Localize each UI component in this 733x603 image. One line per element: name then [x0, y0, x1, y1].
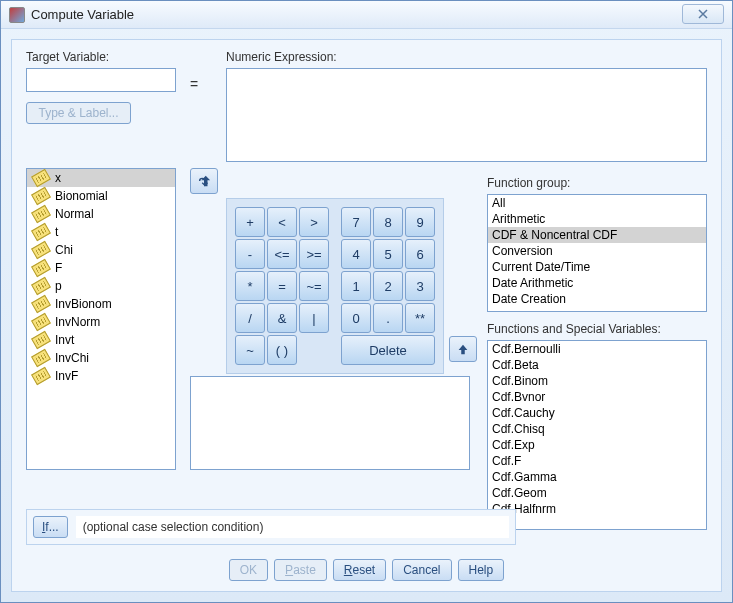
dialog-footer: OK Paste Reset Cancel Help	[12, 559, 721, 581]
calc-button-[interactable]: &	[267, 303, 297, 333]
calc-button-[interactable]: >	[299, 207, 329, 237]
function-item[interactable]: Cdf.Geom	[488, 485, 706, 501]
compute-variable-dialog: Compute Variable Target Variable: Type &…	[0, 0, 733, 603]
function-group-item[interactable]: CDF & Noncentral CDF	[488, 227, 706, 243]
calc-button-1[interactable]: 1	[341, 271, 371, 301]
calc-button-2[interactable]: 2	[373, 271, 403, 301]
function-item[interactable]: Cdf.Bernoulli	[488, 341, 706, 357]
variable-item-label: Bionomial	[55, 189, 108, 203]
reset-button[interactable]: Reset	[333, 559, 386, 581]
variable-item[interactable]: InvChi	[27, 349, 175, 367]
variable-item[interactable]: F	[27, 259, 175, 277]
close-button[interactable]	[682, 4, 724, 24]
scale-icon	[31, 241, 51, 259]
calc-button-[interactable]: .	[373, 303, 403, 333]
variable-item-label: p	[55, 279, 62, 293]
variable-item-label: x	[55, 171, 61, 185]
case-selection-description: (optional case selection condition)	[76, 516, 509, 538]
calc-button-3[interactable]: 3	[405, 271, 435, 301]
ok-button[interactable]: OK	[229, 559, 268, 581]
target-variable-label: Target Variable:	[26, 50, 176, 64]
functions-special-label: Functions and Special Variables:	[487, 322, 707, 336]
equals-sign: =	[190, 76, 198, 92]
calc-button-[interactable]: -	[235, 239, 265, 269]
calc-button-[interactable]: **	[405, 303, 435, 333]
window-title: Compute Variable	[31, 7, 134, 22]
calc-button-0[interactable]: 0	[341, 303, 371, 333]
calc-button-[interactable]: +	[235, 207, 265, 237]
function-group-item[interactable]: Conversion	[488, 243, 706, 259]
function-item[interactable]: Cdf.Beta	[488, 357, 706, 373]
variable-item[interactable]: p	[27, 277, 175, 295]
variable-item[interactable]: t	[27, 223, 175, 241]
scale-icon	[31, 295, 51, 313]
calc-button-[interactable]: |	[299, 303, 329, 333]
function-item[interactable]: Cdf.Chisq	[488, 421, 706, 437]
calc-delete-button[interactable]: Delete	[341, 335, 435, 365]
calc-button-7[interactable]: 7	[341, 207, 371, 237]
numeric-expression-label: Numeric Expression:	[226, 50, 707, 64]
function-item[interactable]: Cdf.Exp	[488, 437, 706, 453]
function-group-item[interactable]: Date Creation	[488, 291, 706, 307]
variables-listbox[interactable]: xBionomialNormaltChiFpInvBionomInvNormIn…	[26, 168, 176, 470]
calc-button-4[interactable]: 4	[341, 239, 371, 269]
cancel-button[interactable]: Cancel	[392, 559, 451, 581]
function-item[interactable]: Cdf.Cauchy	[488, 405, 706, 421]
calc-button-[interactable]: <=	[267, 239, 297, 269]
calc-button-[interactable]: =	[267, 271, 297, 301]
calc-button-6[interactable]: 6	[405, 239, 435, 269]
variable-item[interactable]: Invt	[27, 331, 175, 349]
calc-button-9[interactable]: 9	[405, 207, 435, 237]
variable-item[interactable]: Normal	[27, 205, 175, 223]
calc-button-8[interactable]: 8	[373, 207, 403, 237]
function-item[interactable]: Cdf.Bvnor	[488, 389, 706, 405]
calc-button-[interactable]: ( )	[267, 335, 297, 365]
scale-icon	[31, 205, 51, 223]
paste-button[interactable]: Paste	[274, 559, 327, 581]
variable-item-label: Chi	[55, 243, 73, 257]
scale-icon	[31, 223, 51, 241]
scale-icon	[31, 331, 51, 349]
variable-item[interactable]: x	[27, 169, 175, 187]
variable-item[interactable]: InvF	[27, 367, 175, 385]
calc-button-[interactable]: /	[235, 303, 265, 333]
functions-listbox[interactable]: Cdf.BernoulliCdf.BetaCdf.BinomCdf.BvnorC…	[487, 340, 707, 530]
function-item[interactable]: Cdf.Binom	[488, 373, 706, 389]
target-variable-input[interactable]	[26, 68, 176, 92]
function-group-label: Function group:	[487, 176, 707, 190]
case-selection-row: If... (optional case selection condition…	[26, 509, 516, 545]
dialog-content: Target Variable: Type & Label... = Numer…	[11, 39, 722, 592]
function-group-item[interactable]: All	[488, 195, 706, 211]
function-group-item[interactable]: Arithmetic	[488, 211, 706, 227]
function-group-item[interactable]: Current Date/Time	[488, 259, 706, 275]
calc-button-[interactable]: ~	[235, 335, 265, 365]
function-group-listbox[interactable]: AllArithmeticCDF & Noncentral CDFConvers…	[487, 194, 707, 312]
help-button[interactable]: Help	[458, 559, 505, 581]
numeric-expression-input[interactable]	[226, 68, 707, 162]
function-item[interactable]: Cdf.F	[488, 453, 706, 469]
variable-item[interactable]: InvBionom	[27, 295, 175, 313]
variable-item-label: Invt	[55, 333, 74, 347]
move-to-expression-button[interactable]	[190, 168, 218, 194]
calc-button-[interactable]: <	[267, 207, 297, 237]
variable-item[interactable]: Bionomial	[27, 187, 175, 205]
scale-icon	[31, 169, 51, 187]
insert-function-button[interactable]	[449, 336, 477, 362]
variable-item[interactable]: Chi	[27, 241, 175, 259]
variable-item[interactable]: InvNorm	[27, 313, 175, 331]
scale-icon	[31, 277, 51, 295]
calc-button-[interactable]: >=	[299, 239, 329, 269]
function-item[interactable]: Cdf.Halfnrm	[488, 501, 706, 517]
scale-icon	[31, 259, 51, 277]
calc-button-[interactable]: ~=	[299, 271, 329, 301]
variable-item-label: F	[55, 261, 62, 275]
function-item[interactable]: Cdf.Gamma	[488, 469, 706, 485]
calc-button-[interactable]: *	[235, 271, 265, 301]
type-and-label-button[interactable]: Type & Label...	[26, 102, 131, 124]
scale-icon	[31, 367, 51, 385]
titlebar: Compute Variable	[1, 1, 732, 29]
if-button[interactable]: If...	[33, 516, 68, 538]
function-group-item[interactable]: Date Arithmetic	[488, 275, 706, 291]
function-description-box[interactable]	[190, 376, 470, 470]
calc-button-5[interactable]: 5	[373, 239, 403, 269]
